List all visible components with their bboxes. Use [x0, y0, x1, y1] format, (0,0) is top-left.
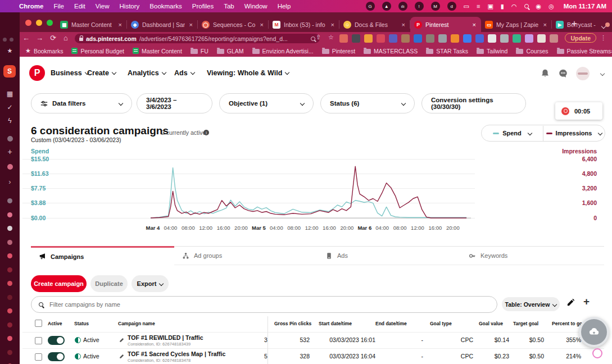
active-toggle[interactable]: [48, 336, 65, 345]
minimize-window-button[interactable]: [36, 20, 42, 26]
table-view-selector[interactable]: Table: Overview: [502, 297, 560, 311]
tab-campaigns[interactable]: Campaigns: [31, 246, 174, 265]
column-header-target-goal[interactable]: Target goal: [513, 321, 538, 326]
address-bar[interactable]: ads.pinterest.com /advertiser/5497636172…: [75, 34, 320, 43]
menubar-item-bookmarks[interactable]: Bookmarks: [149, 3, 182, 10]
tab-keywords[interactable]: Keywords: [461, 246, 604, 265]
reload-button[interactable]: ⟳: [50, 34, 56, 42]
zoom-window-button[interactable]: [47, 20, 53, 26]
m-app-icon[interactable]: M: [431, 2, 440, 11]
menubar-item-history[interactable]: History: [120, 3, 140, 10]
active-toggle[interactable]: [48, 352, 65, 361]
column-header-campaign-name[interactable]: Campaign name: [118, 321, 155, 326]
filter-data-filters[interactable]: Data filters: [31, 93, 132, 113]
strip-app-dot-13[interactable]: [0, 361, 20, 364]
strip-tool-icon-2[interactable]: ✓: [0, 103, 20, 111]
menubar-item-view[interactable]: View: [96, 3, 110, 10]
stage-manager-icon[interactable]: ≡: [477, 3, 480, 10]
nav-item-ads[interactable]: Ads: [174, 69, 194, 77]
tab-dashboard-san[interactable]: ◆Dashboard | San×: [127, 17, 198, 32]
row-checkbox[interactable]: [35, 353, 42, 361]
tab-my-zaps-zapie[interactable]: ▭My Zaps | Zapie×: [481, 17, 552, 32]
close-tab-icon[interactable]: ×: [188, 21, 194, 28]
metric-selector-spend[interactable]: Spend: [482, 130, 543, 136]
tab-master-content[interactable]: ▦Master Content×: [56, 17, 127, 32]
campaign-name[interactable]: TOF #1 REWILDED | Traffic: [128, 334, 203, 341]
close-tab-icon[interactable]: ×: [472, 21, 477, 28]
strip-add-icon[interactable]: +: [0, 147, 20, 156]
column-header-status[interactable]: Status: [74, 321, 89, 326]
strip-app-dot-9[interactable]: [0, 306, 20, 316]
extension-icon-16[interactable]: [525, 34, 533, 43]
extension-bubble[interactable]: [592, 348, 602, 358]
extension-icon-15[interactable]: [513, 34, 521, 43]
edit-pencil-icon[interactable]: [119, 335, 125, 345]
webcam-bubble[interactable]: [579, 317, 609, 347]
column-header-active[interactable]: Active: [48, 321, 62, 326]
strip-expand-chevron[interactable]: ›: [0, 178, 20, 186]
bookmark-passive-streams[interactable]: Passive Streams: [557, 48, 611, 54]
nav-item-viewing-whole-&-wild[interactable]: Viewing: Whole & Wild: [207, 69, 289, 77]
extension-icon-6[interactable]: [401, 34, 410, 43]
wifi-icon[interactable]: ◠: [511, 3, 517, 10]
extension-icon-1[interactable]: [339, 34, 348, 43]
campaign-filter-field[interactable]: [31, 296, 497, 313]
strip-app-dot-11[interactable]: [0, 333, 20, 343]
extension-icon-4[interactable]: [377, 34, 385, 43]
column-header-goal-type[interactable]: Goal type: [430, 321, 452, 326]
siri-icon[interactable]: ◎: [548, 3, 554, 10]
search-input[interactable]: [48, 301, 489, 308]
close-tab-icon[interactable]: ×: [542, 21, 548, 28]
filter-conversion-settings-30-30-30-[interactable]: Conversion settings (30/30/30): [421, 93, 526, 113]
user-switch-icon[interactable]: ◉: [536, 3, 542, 10]
bookmark-tailwind[interactable]: Tailwind: [477, 48, 507, 54]
search-icon[interactable]: [311, 37, 315, 41]
extension-icon-10[interactable]: [451, 34, 459, 43]
windows-icon[interactable]: ▣: [487, 3, 493, 10]
strip-tool-icon-1[interactable]: ▦: [0, 90, 20, 98]
search-icon[interactable]: [524, 4, 529, 8]
extension-icon-2[interactable]: [352, 34, 360, 43]
close-tab-icon[interactable]: ×: [117, 21, 123, 28]
alert-icon[interactable]: !: [415, 2, 424, 11]
create-campaign-button[interactable]: Create campaign: [31, 275, 87, 292]
row-checkbox[interactable]: [35, 337, 42, 344]
column-header-gross-pin-clicks[interactable]: Gross Pin clicks: [274, 321, 311, 326]
strip-tool-icon-3[interactable]: ϟ: [0, 117, 20, 125]
bookmark-courses[interactable]: Courses: [516, 48, 548, 54]
column-header-start-date-time[interactable]: Start date/time: [319, 321, 352, 326]
campaign-name[interactable]: TOF #1 Sacred Cycles Map | Traffic: [128, 351, 225, 357]
drop-icon[interactable]: ▲: [382, 2, 391, 11]
chrome-update-button[interactable]: Update: [565, 33, 596, 43]
tab-docs-files[interactable]: ☺Docs & Files×: [339, 17, 410, 32]
close-tab-icon[interactable]: ×: [401, 21, 406, 28]
browser-menu-icon[interactable]: ⋮: [600, 34, 606, 42]
strip-app-dot-12[interactable]: [0, 347, 20, 357]
menubar-item-file[interactable]: File: [53, 3, 64, 10]
menubar-item-edit[interactable]: Edit: [74, 3, 85, 10]
strip-app-dot-3[interactable]: [0, 223, 20, 233]
duplicate-button[interactable]: Duplicate: [90, 275, 128, 292]
extension-icon-7[interactable]: [414, 34, 422, 43]
menubar-item-tab[interactable]: Tab: [224, 3, 234, 10]
strip-app-dot-5[interactable]: [0, 251, 20, 261]
bookmark-master-content[interactable]: Master Content: [133, 48, 182, 54]
back-button[interactable]: ←: [22, 34, 30, 42]
strip-app-dot-7[interactable]: [0, 278, 20, 288]
nav-item-create[interactable]: Create: [87, 69, 116, 77]
tab-inbox-53-info[interactable]: MInbox (53) - info×: [269, 17, 339, 32]
nav-item-analytics[interactable]: Analytics: [128, 69, 166, 77]
extension-icon-11[interactable]: [463, 34, 472, 43]
filter-3-4-2023-3-6-2023[interactable]: 3/4/2023 – 3/6/2023: [137, 93, 212, 113]
extension-icon-12[interactable]: [475, 34, 484, 43]
new-tab-button[interactable]: +: [568, 18, 581, 29]
avatar[interactable]: [576, 67, 590, 80]
menubar-item-window[interactable]: Window: [244, 3, 268, 10]
loom-icon[interactable]: G: [366, 2, 375, 11]
battery-icon[interactable]: ▮: [501, 3, 504, 10]
menubar-item-profiles[interactable]: Profiles: [192, 3, 214, 10]
extension-icon-3[interactable]: [364, 34, 373, 43]
extension-icon-14[interactable]: [500, 34, 509, 43]
home-button[interactable]: ⌂: [64, 34, 68, 42]
strip-app-dot-1[interactable]: [0, 195, 20, 206]
